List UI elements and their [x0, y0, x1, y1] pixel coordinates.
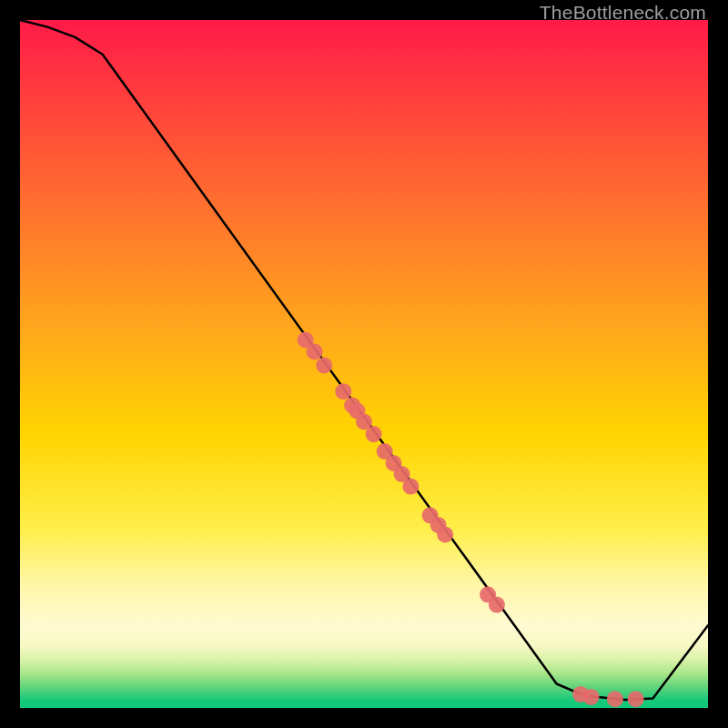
data-point	[583, 689, 600, 705]
data-point	[316, 358, 332, 374]
data-point	[366, 426, 382, 442]
data-point	[307, 343, 323, 359]
data-point	[335, 383, 351, 399]
scatter-points	[298, 332, 644, 708]
curve-path	[20, 20, 708, 700]
data-point	[402, 479, 419, 495]
data-point	[628, 691, 644, 707]
chart-svg	[20, 20, 708, 708]
data-point	[607, 691, 623, 707]
data-point	[437, 527, 453, 543]
curve-line	[20, 20, 708, 700]
chart-frame: TheBottleneck.com	[0, 0, 728, 728]
plot-area	[20, 20, 708, 708]
data-point	[489, 597, 505, 613]
watermark-text: TheBottleneck.com	[540, 2, 706, 24]
